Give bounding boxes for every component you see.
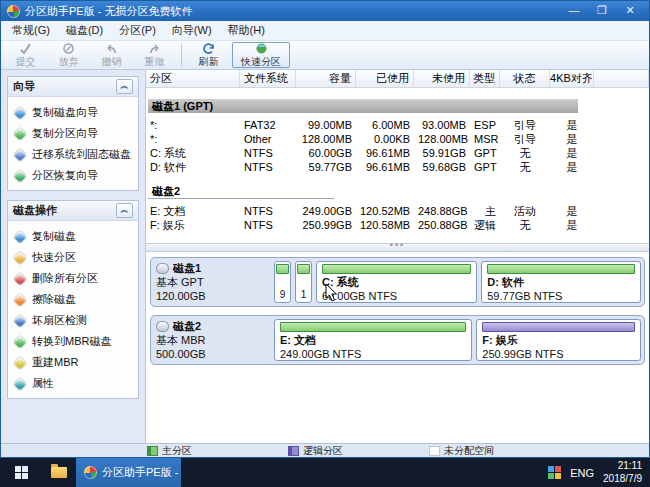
table-cell: 0.00KB bbox=[356, 133, 414, 145]
sidebar-item-转换到MBR磁盘[interactable]: 转换到MBR磁盘 bbox=[10, 331, 136, 352]
table-cell: 是 bbox=[550, 160, 594, 175]
collapse-icon[interactable]: ︽ bbox=[116, 79, 133, 94]
table-cell: MSR bbox=[470, 133, 500, 145]
table-cell: NTFS bbox=[240, 219, 296, 231]
table-row[interactable]: D: 软件NTFS59.77GB96.61MB59.68GBGPT无是 bbox=[146, 160, 649, 174]
disk-group-header[interactable]: 磁盘1 (GPT) bbox=[148, 99, 578, 113]
sidebar-item-分区恢复向导[interactable]: 分区恢复向导 bbox=[10, 165, 136, 186]
partition-usage-strip bbox=[276, 264, 289, 274]
sidebar-panel-title: 磁盘操作 bbox=[13, 203, 57, 218]
table-cell: 无 bbox=[500, 146, 550, 161]
table-cell: 120.52MB bbox=[356, 205, 414, 217]
partition-block-D: 软件[interactable]: D: 软件59.77GB NTFS bbox=[481, 261, 641, 303]
menu-item-3[interactable]: 向导(W) bbox=[164, 21, 220, 40]
table-cell: *: bbox=[146, 133, 240, 145]
clock[interactable]: 21:11 2018/7/9 bbox=[603, 460, 642, 485]
table-row[interactable]: *:FAT3299.00MB6.00MB93.00MBESP引导是 bbox=[146, 118, 649, 132]
table-cell: 6.00MB bbox=[356, 119, 414, 131]
partition-block-F: 娱乐[interactable]: F: 娱乐250.99GB NTFS bbox=[476, 319, 641, 361]
disk-size: 120.00GB bbox=[156, 290, 268, 304]
sidebar-item-删除所有分区[interactable]: 删除所有分区 bbox=[10, 268, 136, 289]
sidebar-item-复制分区向导[interactable]: 复制分区向导 bbox=[10, 123, 136, 144]
table-cell: 120.58MB bbox=[356, 219, 414, 231]
undo-icon bbox=[104, 42, 119, 55]
sidebar-item-快速分区[interactable]: 快速分区 bbox=[10, 247, 136, 268]
table-cell: C: 系统 bbox=[146, 146, 240, 161]
sidebar-item-复制磁盘向导[interactable]: 复制磁盘向导 bbox=[10, 102, 136, 123]
partition-number: 9 bbox=[280, 289, 286, 300]
menu-item-0[interactable]: 常规(G) bbox=[4, 21, 58, 40]
start-button[interactable] bbox=[0, 458, 42, 487]
tray-photos-icon[interactable] bbox=[548, 466, 561, 479]
toolbar-button-撤销[interactable]: 撤销 bbox=[90, 41, 133, 69]
toolbar-button-提交[interactable]: 提交 bbox=[4, 41, 47, 69]
table-cell: E: 文档 bbox=[146, 204, 240, 219]
toolbar-button-放弃[interactable]: 放弃 bbox=[47, 41, 90, 69]
sidebar-panel-0: 向导︽复制磁盘向导复制分区向导迁移系统到固态磁盘分区恢复向导 bbox=[7, 76, 139, 191]
menu-item-1[interactable]: 磁盘(D) bbox=[58, 21, 111, 40]
sidebar-item-复制磁盘[interactable]: 复制磁盘 bbox=[10, 226, 136, 247]
minimize-button[interactable]: — bbox=[561, 3, 587, 19]
collapse-icon[interactable]: ︽ bbox=[116, 203, 133, 218]
column-header-状态[interactable]: 状态 bbox=[500, 70, 550, 87]
partition-block-E: 文档[interactable]: E: 文档249.00GB NTFS bbox=[274, 319, 472, 361]
close-button[interactable]: ✕ bbox=[617, 3, 643, 19]
column-header-4KB对齐[interactable]: 4KB对齐 bbox=[550, 70, 594, 87]
toolbar: 提交放弃撤销重做刷新快速分区 bbox=[1, 41, 649, 70]
toolbar-button-label: 放弃 bbox=[59, 55, 79, 69]
table-row[interactable]: C: 系统NTFS60.00GB96.61MB59.91GBGPT无是 bbox=[146, 146, 649, 160]
table-cell: *: bbox=[146, 119, 240, 131]
disk-label[interactable]: 磁盘1基本 GPT120.00GB bbox=[154, 261, 270, 303]
toolbar-button-重做[interactable]: 重做 bbox=[133, 41, 176, 69]
table-cell: 是 bbox=[550, 204, 594, 219]
disk-size: 500.00GB bbox=[156, 348, 268, 362]
table-cell: 主 bbox=[470, 204, 500, 219]
table-cell: NTFS bbox=[240, 147, 296, 159]
toolbar-button-label: 重做 bbox=[145, 55, 165, 69]
sidebar-panel-header: 向导︽ bbox=[8, 77, 138, 97]
splitter-handle[interactable]: ••• bbox=[146, 243, 649, 252]
column-header-未使用[interactable]: 未使用 bbox=[414, 70, 470, 87]
table-cell: 引导 bbox=[500, 118, 550, 133]
sidebar-item-list: 复制磁盘快速分区删除所有分区擦除磁盘坏扇区检测转换到MBR磁盘重建MBR属性 bbox=[8, 221, 138, 398]
disk-name: 磁盘1 bbox=[156, 262, 268, 276]
column-header-已使用[interactable]: 已使用 bbox=[356, 70, 414, 87]
column-header-分区[interactable]: 分区 bbox=[146, 70, 240, 87]
quick-partition-icon bbox=[254, 42, 269, 55]
partition-block[interactable]: 9 bbox=[274, 261, 291, 303]
table-row[interactable]: *:Other128.00MB0.00KB128.00MBMSR引导是 bbox=[146, 132, 649, 146]
column-header-文件系统[interactable]: 文件系统 bbox=[240, 70, 296, 87]
sidebar-item-icon bbox=[13, 127, 26, 140]
sidebar-item-擦除磁盘[interactable]: 擦除磁盘 bbox=[10, 289, 136, 310]
sidebar-item-重建MBR[interactable]: 重建MBR bbox=[10, 352, 136, 373]
maximize-button[interactable]: ❐ bbox=[589, 3, 615, 19]
disk-label[interactable]: 磁盘2基本 MBR500.00GB bbox=[154, 319, 270, 361]
column-header-容量[interactable]: 容量 bbox=[296, 70, 356, 87]
taskbar-app-button[interactable]: 分区助手PE版 - 无... bbox=[76, 458, 181, 487]
disk-group-header[interactable]: 磁盘2 bbox=[148, 185, 334, 199]
toolbar-button-快速分区[interactable]: 快速分区 bbox=[232, 42, 290, 68]
column-header-类型[interactable]: 类型 bbox=[470, 70, 500, 87]
partition-size-fs: 250.99GB NTFS bbox=[482, 348, 635, 360]
partition-size-fs: 59.77GB NTFS bbox=[487, 290, 635, 302]
menu-item-2[interactable]: 分区(P) bbox=[111, 21, 164, 40]
table-row[interactable]: E: 文档NTFS249.00GB120.52MB248.88GB主活动是 bbox=[146, 204, 649, 218]
sidebar-item-label: 擦除磁盘 bbox=[32, 292, 76, 307]
language-indicator[interactable]: ENG bbox=[570, 467, 594, 479]
column-header-filler bbox=[594, 70, 649, 87]
sidebar-item-label: 分区恢复向导 bbox=[32, 168, 98, 183]
app-icon bbox=[84, 466, 97, 479]
sidebar-item-迁移系统到固态磁盘[interactable]: 迁移系统到固态磁盘 bbox=[10, 144, 136, 165]
partition-block[interactable]: 1 bbox=[295, 261, 312, 303]
menu-item-4[interactable]: 帮助(H) bbox=[220, 21, 273, 40]
file-explorer-button[interactable] bbox=[42, 458, 76, 487]
toolbar-button-label: 刷新 bbox=[199, 55, 219, 69]
table-cell: 活动 bbox=[500, 204, 550, 219]
partition-block-C: 系统[interactable]: C: 系统60.00GB NTFS bbox=[316, 261, 477, 303]
table-row[interactable]: F: 娱乐NTFS250.99GB120.58MB250.88GB逻辑无是 bbox=[146, 218, 649, 232]
toolbar-button-刷新[interactable]: 刷新 bbox=[187, 41, 230, 69]
sidebar-item-label: 转换到MBR磁盘 bbox=[32, 334, 111, 349]
sidebar-item-坏扇区检测[interactable]: 坏扇区检测 bbox=[10, 310, 136, 331]
sidebar-item-属性[interactable]: 属性 bbox=[10, 373, 136, 394]
legend-unallocated: 未分配空间 bbox=[429, 444, 570, 458]
